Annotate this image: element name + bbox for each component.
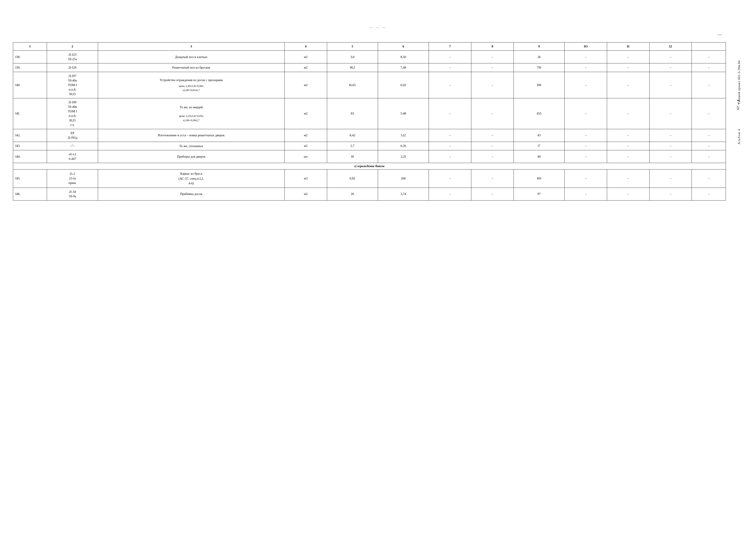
row-144-col10: – (564, 150, 607, 163)
header-col11: II (607, 42, 649, 51)
row-139-num: I39. (13, 63, 47, 72)
table-row: I45. I5-2 23-Iа прим. Каркас из бруса (А… (13, 169, 726, 188)
table-row: I39. 2I-I26 Решетчатый пол из брусков м2… (13, 63, 726, 72)
right-vertical-text-top: Типовой проект 601-3-30м.84 (738, 60, 741, 104)
row-145-col13: – (692, 169, 726, 188)
header-col5: 5 (327, 42, 378, 51)
row-146-col6: 3,74 (378, 187, 429, 200)
header-col7: 7 (429, 42, 471, 51)
row-143-desc: То же, сплошных (98, 142, 284, 150)
row-145-col12: – (649, 169, 692, 188)
row-138-col7: – (429, 51, 471, 63)
row-139-col9: 7I9 (514, 63, 564, 72)
row-141-col11: – (607, 98, 649, 129)
row-145-col9: I69 (514, 169, 564, 188)
row-140-col7: – (429, 72, 471, 98)
section-header-row: г) ограждение боксов (13, 163, 726, 169)
row-138-col11: – (607, 51, 649, 63)
row-144-num: I44. (13, 150, 47, 163)
row-145-col10: – (564, 169, 607, 188)
row-139-ref: 2I-I26 (47, 63, 98, 72)
row-142-col5: 8,42 (327, 129, 378, 142)
row-140-num: I40. (13, 72, 47, 98)
row-146-unit: м2 (284, 187, 327, 200)
row-140-ref: 2I-I97 59-40а ТОМ I п.п.8, I0,I3 (47, 72, 98, 98)
table-row: I38. 2I-I23 59-25а Дощатый пол в клетках… (13, 51, 726, 63)
row-139-col11: – (607, 63, 649, 72)
row-140-col5: I6,65 (327, 72, 378, 98)
row-146-col8: – (471, 187, 514, 200)
row-140-col8: – (471, 72, 514, 98)
row-139-col8: – (471, 63, 514, 72)
row-140-col12: – (649, 72, 692, 98)
row-145-col6: 206 (378, 169, 429, 188)
row-146-col13: – (692, 187, 726, 200)
row-143-ref: –"– (47, 142, 98, 150)
row-143-col10: – (564, 142, 607, 150)
row-146-desc: Прибивка досок (98, 187, 284, 200)
row-138-col13: – (692, 51, 726, 63)
row-141-col8: – (471, 98, 514, 129)
table-row: I42. ЕР 2I-I92д Изготовление и уста – но… (13, 129, 726, 142)
row-142-col9: 43 (514, 129, 564, 142)
header-col8: 8 (471, 42, 514, 51)
page-container: — — — — Типовой проект 601-3-30м.84 57 –… (13, 26, 743, 201)
header-col1: I (13, 42, 47, 51)
row-141-col13: – (692, 98, 726, 129)
row-146-col10: – (564, 187, 607, 200)
table-row: I4I. 2I-I99 59-40в ТОМ I п.п.8, I0,I3 т.… (13, 98, 726, 129)
row-146-col5: 26 (327, 187, 378, 200)
row-142-ref: ЕР 2I-I92д (47, 129, 98, 142)
row-141-ref: 2I-I99 59-40в ТОМ I п.п.8, I0,I3 т.ч. (47, 98, 98, 129)
row-140-col6: 6,02 (378, 72, 429, 98)
row-146-col11: – (607, 187, 649, 200)
header-col3: 3 (98, 42, 284, 51)
row-146-col7: – (429, 187, 471, 200)
row-144-ref: пI ч.I п.447 (47, 150, 98, 163)
row-141-col12: – (649, 98, 692, 129)
row-145-col11: – (607, 169, 649, 188)
row-143-col11: – (607, 142, 649, 150)
row-138-num: I38. (13, 51, 47, 63)
header-col12: I2 (649, 42, 692, 51)
row-138-ref: 2I-I23 59-25а (47, 51, 98, 63)
table-row: I46. 2I-34 59-9а Прибивка досок м2 26 3,… (13, 187, 726, 200)
row-142-unit: м2 (284, 129, 327, 142)
row-138-col5: 3,0 (327, 51, 378, 63)
row-140-desc: Устройство ограждения из досок с прозора… (98, 72, 284, 98)
row-143-col9: I7 (514, 142, 564, 150)
row-143-col7: – (429, 142, 471, 150)
row-146-ref: 2I-34 59-9а (47, 187, 98, 200)
row-141-unit: м2 (284, 98, 327, 129)
row-142-col10: – (564, 129, 607, 142)
row-140-col13: – (692, 72, 726, 98)
row-138-col6: 8,50 (378, 51, 429, 63)
row-145-col8: – (471, 169, 514, 188)
row-146-col12: – (649, 187, 692, 200)
header-col2: 2 (47, 42, 98, 51)
row-141-num: I4I. (13, 98, 47, 129)
row-139-desc: Решетчатый пол из брусков (98, 63, 284, 72)
row-143-col12: – (649, 142, 692, 150)
header-col4: 4 (284, 42, 327, 51)
row-146-num: I46. (13, 187, 47, 200)
row-139-col12: – (649, 63, 692, 72)
row-140-col11: – (607, 72, 649, 98)
row-138-unit: м2 (284, 51, 327, 63)
row-140-col9: I00 (514, 72, 564, 98)
row-142-desc: Изготовление и уста – новка решетчатых д… (98, 129, 284, 142)
row-139-col13: – (692, 63, 726, 72)
row-143-col6: 6,26 (378, 142, 429, 150)
row-139-col7: – (429, 63, 471, 72)
row-145-num: I45. (13, 169, 47, 188)
row-138-col12: – (649, 51, 692, 63)
row-141-col7: – (429, 98, 471, 129)
row-141-desc: То же, из жердей цена: I,23х3,II+0,05х х… (98, 98, 284, 129)
row-145-col7: – (429, 169, 471, 188)
table-row: I44. пI ч.I п.447 Приборы для дверок шт … (13, 150, 726, 163)
row-141-col6: 5,48 (378, 98, 429, 129)
row-143-col5: 2,7 (327, 142, 378, 150)
row-138-desc: Дощатый пол в клетках (98, 51, 284, 63)
row-144-desc: Приборы для дверок (98, 150, 284, 163)
top-right-dash: — (717, 32, 721, 37)
